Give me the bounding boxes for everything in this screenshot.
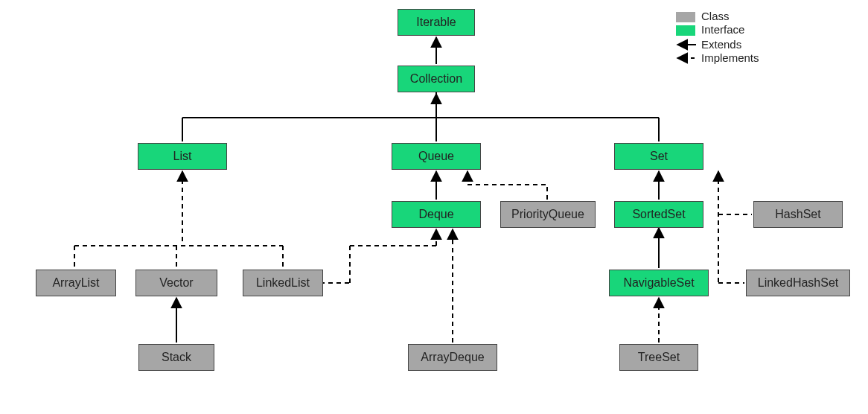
diagram-canvas: Iterable Collection List Queue Set Deque… (0, 0, 868, 414)
node-label: PriorityQueue (511, 208, 584, 220)
node-label: Queue (418, 150, 454, 162)
node-linkedlist: LinkedList (243, 270, 323, 296)
node-label: Vector (159, 277, 193, 289)
node-arraylist: ArrayList (36, 270, 116, 296)
legend-swatch-interface (676, 25, 695, 36)
node-label: HashSet (775, 208, 820, 220)
legend-label-class: Class (701, 10, 730, 22)
node-label: SortedSet (632, 208, 685, 220)
legend-label-implements: Implements (701, 51, 759, 64)
node-iterable: Iterable (398, 9, 475, 36)
node-label: ArrayList (52, 277, 99, 289)
node-priorityqueue: PriorityQueue (500, 201, 596, 228)
node-deque: Deque (392, 201, 481, 228)
node-label: List (173, 150, 192, 162)
node-collection: Collection (398, 66, 475, 92)
node-label: LinkedList (256, 277, 310, 289)
node-label: Stack (162, 351, 191, 363)
node-treeset: TreeSet (619, 344, 698, 371)
node-list: List (138, 143, 227, 170)
node-vector: Vector (135, 270, 217, 296)
node-label: Set (650, 150, 668, 162)
node-label: Collection (410, 73, 462, 85)
node-arraydeque: ArrayDeque (408, 344, 497, 371)
node-navigableset: NavigableSet (609, 270, 709, 296)
legend-label-extends: Extends (701, 38, 741, 51)
node-label: TreeSet (638, 351, 680, 363)
node-set: Set (614, 143, 703, 170)
node-queue: Queue (392, 143, 481, 170)
node-label: LinkedHashSet (758, 277, 839, 289)
node-label: Deque (418, 208, 453, 220)
node-stack: Stack (138, 344, 214, 371)
node-label: NavigableSet (623, 277, 694, 289)
node-label: ArrayDeque (421, 351, 484, 363)
legend-swatch-class (676, 12, 695, 22)
edge-priorityqueue-queue (467, 171, 547, 200)
node-linkedhashset: LinkedHashSet (746, 270, 850, 296)
node-label: Iterable (416, 16, 456, 28)
node-sortedset: SortedSet (614, 201, 703, 228)
legend-label-interface: Interface (701, 23, 744, 36)
node-hashset: HashSet (753, 201, 843, 228)
